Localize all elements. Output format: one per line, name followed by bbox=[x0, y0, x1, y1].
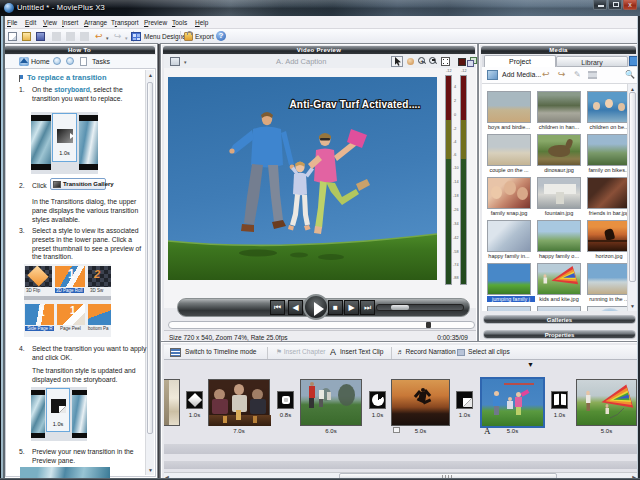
svg-text:Anti-Grav Turf Activated....: Anti-Grav Turf Activated.... bbox=[289, 99, 420, 110]
